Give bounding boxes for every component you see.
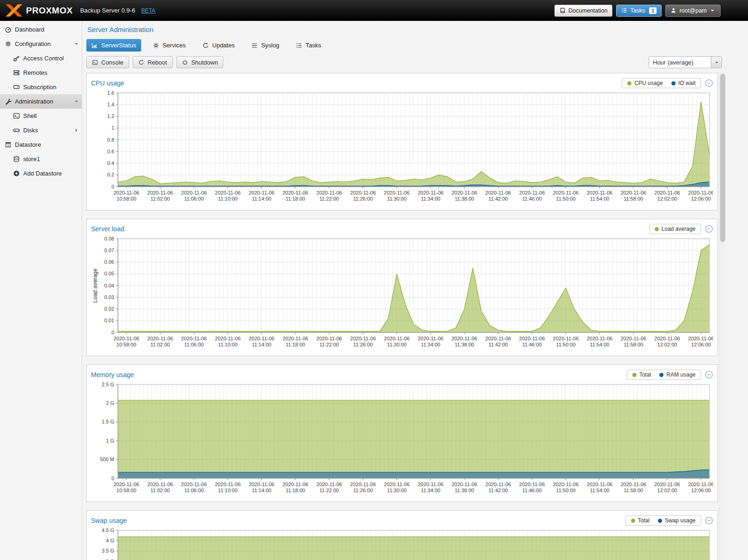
svg-text:2020-11-06: 2020-11-06 (451, 190, 477, 195)
sidebar-nav: DashboardConfigurationAccess ControlRemo… (0, 21, 82, 181)
chart-title-cpu: CPU usage (91, 79, 622, 87)
chart-legend-cpu: CPU usageIO wait (622, 78, 701, 88)
collapse-panel-icon[interactable] (705, 79, 713, 87)
svg-text:0.2: 0.2 (107, 172, 114, 177)
svg-text:11:10:00: 11:10:00 (218, 196, 238, 202)
sidebar-item-dashboard[interactable]: Dashboard (0, 22, 82, 37)
svg-text:1: 1 (111, 125, 114, 130)
console-button[interactable]: Console (86, 56, 129, 68)
svg-text:0.8: 0.8 (107, 137, 114, 143)
tasks-button[interactable]: Tasks 1 (616, 5, 662, 17)
sidebar-item-label: Shell (23, 112, 37, 119)
reboot-button[interactable]: Reboot (133, 56, 173, 68)
documentation-label: Documentation (568, 7, 607, 14)
sidebar-item-store1[interactable]: store1 (0, 152, 82, 166)
sidebar-item-configuration[interactable]: Configuration (0, 37, 82, 51)
svg-text:2020-11-06: 2020-11-06 (654, 482, 680, 487)
svg-text:2020-11-06: 2020-11-06 (485, 336, 511, 341)
sidebar-item-subscription[interactable]: Subscription (0, 80, 82, 94)
svg-text:12:02:00: 12:02:00 (657, 488, 677, 493)
svg-text:4 G: 4 G (106, 538, 114, 543)
sidebar-item-label: Access Control (23, 55, 64, 62)
caret-right-icon[interactable] (73, 127, 79, 133)
user-label: root@pam (679, 7, 707, 14)
chart-title-swap: Swap usage (91, 517, 625, 524)
sidebar-item-administration[interactable]: Administration (0, 94, 82, 109)
caret-down-icon[interactable] (73, 41, 79, 47)
svg-text:11:34:00: 11:34:00 (421, 196, 440, 202)
sidebar-item-access-control[interactable]: Access Control (0, 51, 82, 65)
tasks-icon (621, 7, 627, 13)
sidebar-item-shell[interactable]: Shell (0, 109, 82, 123)
sidebar-item-remotes[interactable]: Remotes (0, 65, 82, 80)
collapse-panel-icon[interactable] (705, 225, 713, 233)
sidebar-item-disks[interactable]: Disks (0, 123, 82, 137)
sidebar-item-label: Subscription (23, 84, 57, 91)
collapse-panel-icon[interactable] (705, 516, 713, 525)
panel-memory: Memory usageTotalRAM usage0500 M1 G1.5 G… (86, 365, 718, 502)
svg-text:11:14:00: 11:14:00 (252, 488, 271, 493)
svg-text:0.07: 0.07 (104, 247, 114, 253)
svg-text:11:22:00: 11:22:00 (319, 342, 339, 347)
timeframe-select[interactable]: Hour (average) (649, 56, 722, 68)
svg-text:2020-11-06: 2020-11-06 (620, 336, 646, 341)
tab-tasks[interactable]: Tasks (291, 39, 326, 52)
svg-text:0.4: 0.4 (107, 160, 114, 166)
sidebar-item-label: Remotes (23, 69, 47, 76)
archive-icon (5, 141, 12, 148)
sidebar-item-datastore[interactable]: Datastore (0, 137, 82, 152)
caret-down-icon[interactable] (73, 98, 79, 104)
svg-text:2020-11-06: 2020-11-06 (316, 190, 342, 195)
svg-text:2020-11-06: 2020-11-06 (587, 336, 612, 341)
svg-text:2020-11-06: 2020-11-06 (282, 336, 308, 341)
svg-text:11:22:00: 11:22:00 (319, 196, 339, 202)
beta-link[interactable]: BETA (141, 7, 155, 14)
shutdown-button[interactable]: Shutdown (176, 56, 224, 68)
documentation-button[interactable]: Documentation (554, 5, 612, 17)
vertical-scrollbar[interactable] (719, 73, 726, 560)
svg-text:10:58:00: 10:58:00 (117, 342, 137, 347)
sidebar-item-label: Dashboard (15, 26, 45, 33)
tab-services[interactable]: Services (148, 39, 191, 52)
svg-text:0: 0 (111, 475, 114, 481)
header-actions: Documentation Tasks 1 root@pam (554, 5, 721, 17)
toolbar-button-label: Shutdown (191, 59, 218, 66)
svg-text:11:42:00: 11:42:00 (488, 488, 508, 493)
svg-text:11:30:00: 11:30:00 (387, 342, 407, 347)
svg-text:11:34:00: 11:34:00 (421, 488, 440, 493)
tasks-icon (296, 42, 302, 49)
svg-text:2020-11-06: 2020-11-06 (451, 336, 477, 341)
svg-text:1.4: 1.4 (107, 102, 114, 107)
svg-text:2020-11-06: 2020-11-06 (181, 190, 207, 195)
tab-label: ServerStatus (101, 42, 136, 49)
sidebar-item-add-datastore[interactable]: Add Datastore (0, 166, 82, 181)
svg-text:0.05: 0.05 (104, 271, 114, 276)
tab-serverstatus[interactable]: ServerStatus (86, 39, 141, 52)
tab-syslog[interactable]: Syslog (246, 39, 284, 52)
svg-text:2020-11-06: 2020-11-06 (553, 336, 579, 341)
svg-text:2020-11-06: 2020-11-06 (553, 482, 579, 487)
legend-dot-icon (631, 519, 635, 523)
svg-text:12:02:00: 12:02:00 (657, 196, 677, 202)
svg-text:2020-11-06: 2020-11-06 (587, 482, 612, 487)
chart-area-icon (91, 42, 98, 49)
svg-text:2020-11-06: 2020-11-06 (418, 482, 443, 487)
collapse-panel-icon[interactable] (705, 371, 713, 379)
user-menu-button[interactable]: root@pam (665, 5, 721, 17)
svg-text:11:46:00: 11:46:00 (522, 342, 542, 347)
svg-text:11:58:00: 11:58:00 (624, 196, 643, 202)
svg-text:11:34:00: 11:34:00 (421, 342, 440, 347)
chart-memory: 0500 M1 G1.5 G2 G2.5 G2020-11-0610:58:00… (91, 382, 713, 499)
tab-updates[interactable]: Updates (197, 39, 240, 52)
svg-text:11:02:00: 11:02:00 (150, 342, 170, 347)
panel-header-load: Server loadLoad average (91, 223, 713, 235)
svg-text:11:06:00: 11:06:00 (184, 342, 204, 347)
scrollbar-thumb[interactable] (720, 74, 725, 242)
sidebar-item-label: Disks (23, 127, 38, 134)
svg-text:2020-11-06: 2020-11-06 (587, 190, 612, 195)
legend-dot-icon (659, 373, 663, 377)
combo-dropdown-trigger[interactable] (711, 57, 722, 68)
chart-cpu: 00.20.40.60.811.21.41.62020-11-0610:58:0… (91, 90, 713, 207)
svg-text:11:50:00: 11:50:00 (556, 196, 576, 202)
svg-text:12:06:00: 12:06:00 (691, 488, 711, 493)
